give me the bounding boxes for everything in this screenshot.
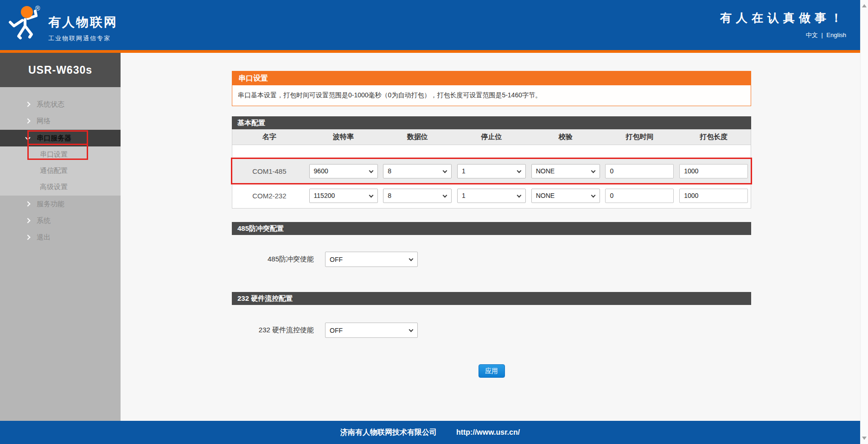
sidebar-bottom-group: 服务功能 系统 退出: [0, 196, 121, 421]
com2-parity-select[interactable]: NONE: [531, 189, 600, 203]
column-header-name: 名字: [232, 133, 306, 141]
registered-mark: ®: [35, 5, 40, 12]
main-content: 串口设置 串口基本设置，打包时间可设置范围是0-1000毫秒（0为自动打包），打…: [232, 71, 751, 378]
select-value: OFF: [330, 327, 343, 334]
rs485-anticollision-select[interactable]: OFF: [325, 252, 418, 267]
sidebar-item-label: 串口服务器: [37, 134, 71, 143]
lang-zh-link[interactable]: 中文: [806, 32, 818, 38]
field-row-485: 485防冲突使能 OFF: [232, 252, 751, 267]
select-value: 1: [462, 167, 466, 175]
sidebar-item-advanced-settings[interactable]: 高级设置: [0, 179, 121, 195]
column-header-baud-rate: 波特率: [306, 133, 381, 141]
vertical-scrollbar[interactable]: [860, 0, 868, 444]
sidebar-item-logout[interactable]: 退出: [0, 229, 121, 246]
usr-mascot-icon: ®: [6, 4, 43, 44]
com2-stop-bits-select[interactable]: 1: [457, 189, 526, 203]
column-header-data-bits: 数据位: [380, 133, 454, 141]
chevron-right-icon: [26, 235, 33, 239]
chevron-right-icon: [26, 119, 33, 123]
sidebar-item-system[interactable]: 系统: [0, 212, 121, 229]
chevron-down-icon: [369, 168, 373, 173]
brand-logo: ® 有人物联网 工业物联网通信专家: [6, 4, 118, 44]
chevron-right-icon: [26, 219, 33, 222]
header-right: 有人在认真做事！ 中文 | English: [720, 10, 846, 39]
sidebar-item-label: 服务功能: [37, 200, 64, 209]
com1-stop-bits-select[interactable]: 1: [457, 164, 526, 178]
row-label-com2: COM2-232: [232, 192, 306, 200]
accent-strip: [0, 50, 860, 53]
column-header-pack-time: 打包时间: [603, 133, 677, 141]
com2-pack-length-input[interactable]: [679, 189, 748, 203]
row-label-com1: COM1-485: [232, 167, 306, 175]
chevron-down-icon: [591, 168, 595, 173]
sidebar-item-label: 系统: [37, 216, 51, 225]
page-description: 串口基本设置，打包时间可设置范围是0-1000毫秒（0为自动打包），打包长度可设…: [232, 85, 751, 106]
select-value: 8: [388, 167, 391, 175]
lang-en-link[interactable]: English: [826, 32, 846, 38]
select-value: NONE: [536, 192, 555, 199]
sidebar-item-label: 高级设置: [40, 183, 68, 191]
chevron-down-icon: [517, 193, 522, 197]
rs232-flowcontrol-select[interactable]: OFF: [325, 323, 418, 338]
header-tagline: 有人在认真做事！: [720, 10, 846, 25]
footer-company: 济南有人物联网技术有限公司: [340, 428, 437, 438]
chevron-down-icon: [409, 328, 414, 332]
chevron-down-icon: [369, 193, 373, 197]
column-header-pack-length: 打包长度: [677, 133, 751, 141]
com1-pack-time-input[interactable]: [605, 164, 674, 178]
select-value: 115200: [314, 192, 335, 199]
lang-divider: |: [821, 32, 823, 38]
section-title-485: 485防冲突配置: [232, 222, 751, 235]
sidebar-top-group: 系统状态 网络: [0, 87, 121, 130]
section-title-basic-config: 基本配置: [232, 116, 751, 129]
table-row-com1: COM1-485 9600 8 1 NONE: [232, 159, 751, 183]
field-label-232-enable: 232 硬件流控使能: [232, 326, 314, 335]
select-value: 9600: [314, 167, 328, 175]
chevron-down-icon: [591, 193, 595, 197]
app-footer: 济南有人物联网技术有限公司 http://www.usr.cn/: [0, 421, 860, 444]
sidebar-item-comm-config[interactable]: 通信配置: [0, 163, 121, 179]
sidebar-submenu-group: 串口设置 通信配置 高级设置: [0, 146, 121, 196]
sidebar-nav: USR-W630s 系统状态 网络 串口服务器 串口设置 通信配置: [0, 53, 121, 421]
com2-data-bits-select[interactable]: 8: [383, 189, 452, 203]
chevron-down-icon: [409, 257, 414, 261]
com1-baud-rate-select[interactable]: 9600: [309, 164, 378, 178]
scroll-down-icon[interactable]: [862, 437, 867, 440]
sidebar-item-network[interactable]: 网络: [0, 113, 121, 129]
table-body: COM1-485 9600 8 1 NONE: [232, 145, 751, 209]
com1-parity-select[interactable]: NONE: [531, 164, 600, 178]
field-row-232: 232 硬件流控使能 OFF: [232, 323, 751, 338]
column-header-stop-bits: 停止位: [454, 133, 529, 141]
chevron-right-icon: [26, 202, 33, 206]
sidebar-item-label: 网络: [37, 117, 51, 126]
com2-pack-time-input[interactable]: [605, 189, 674, 203]
sidebar-item-label: 串口设置: [40, 150, 68, 159]
com1-pack-length-input[interactable]: [679, 164, 748, 178]
chevron-down-icon: [443, 193, 447, 197]
sidebar-item-system-status[interactable]: 系统状态: [0, 96, 121, 113]
chevron-down-icon: [443, 168, 447, 173]
chevron-down-icon: [26, 137, 33, 140]
chevron-right-icon: [26, 102, 33, 106]
section-title-232: 232 硬件流控配置: [232, 292, 751, 305]
brand-text: 有人物联网 工业物联网通信专家: [48, 4, 118, 43]
scroll-up-icon[interactable]: [862, 4, 867, 7]
device-model-title: USR-W630s: [0, 53, 121, 87]
com1-data-bits-select[interactable]: 8: [383, 164, 452, 178]
sidebar-item-service-function[interactable]: 服务功能: [0, 196, 121, 212]
brand-title: 有人物联网: [48, 14, 118, 31]
sidebar-item-serial-server[interactable]: 串口服务器: [0, 130, 121, 146]
select-value: 8: [388, 192, 391, 199]
chevron-down-icon: [517, 168, 522, 173]
sidebar-item-serial-settings[interactable]: 串口设置: [0, 146, 121, 163]
select-value: 1: [462, 192, 466, 199]
sidebar-item-label: 系统状态: [37, 100, 64, 109]
com2-baud-rate-select[interactable]: 115200: [309, 189, 378, 203]
footer-website-link[interactable]: http://www.usr.cn/: [456, 428, 520, 437]
sidebar-item-label: 通信配置: [40, 166, 68, 175]
apply-button[interactable]: 应用: [479, 364, 505, 378]
select-value: NONE: [536, 167, 555, 175]
app-header: ® 有人物联网 工业物联网通信专家 有人在认真做事！ 中文 | English: [0, 0, 860, 50]
page-title: 串口设置: [232, 71, 751, 85]
column-header-parity: 校验: [529, 133, 603, 141]
